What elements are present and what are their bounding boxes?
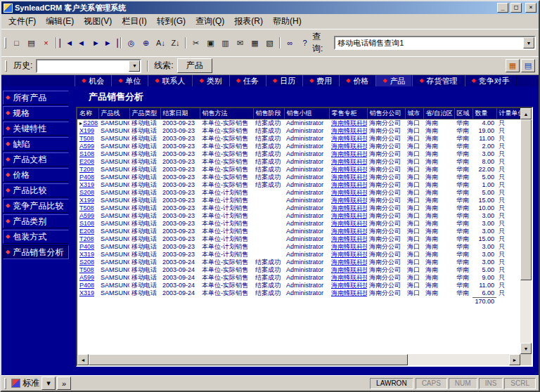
sidebar-item-2[interactable]: ◆关键特性: [3, 122, 69, 136]
paste-icon[interactable]: ▥: [218, 37, 233, 50]
sidebar-item-0[interactable]: ◆所有产品: [3, 91, 69, 105]
form-view-icon[interactable]: ▧: [262, 37, 277, 50]
product-name-link[interactable]: T508: [79, 266, 94, 273]
toolbar-dropdown-icon[interactable]: ▾: [41, 377, 56, 390]
retail-counter-link[interactable]: 海南蜂联科技: [331, 174, 367, 181]
query-dropdown-icon[interactable]: ▼: [523, 37, 534, 48]
scroll-down-icon[interactable]: ▼: [520, 343, 532, 354]
grid-view-icon[interactable]: ▦: [248, 37, 262, 50]
menu-item[interactable]: 栏目(I): [117, 14, 151, 29]
column-header[interactable]: 销售阶段: [253, 108, 284, 119]
product-name-link[interactable]: S208: [79, 259, 94, 266]
new-record-icon[interactable]: □: [9, 37, 24, 50]
menu-item[interactable]: 转到(G): [152, 14, 191, 29]
retail-counter-link[interactable]: 海南蜂联科技: [331, 189, 367, 196]
product-name-link[interactable]: X319: [79, 251, 94, 258]
horizontal-scroll-track[interactable]: [89, 354, 509, 365]
query-combobox[interactable]: 移动电话销售查询1 ▼: [334, 36, 536, 50]
column-header[interactable]: 区域: [454, 108, 472, 119]
retail-counter-link[interactable]: 海南蜂联科技: [331, 143, 367, 150]
retail-counter-link[interactable]: 海南蜂联科技: [331, 259, 367, 266]
history-dropdown-icon[interactable]: ▼: [129, 60, 140, 72]
table-row[interactable]: X199SAMSUNG移动电话2003-09-23本单位-实际销售结案成功Adm…: [77, 127, 520, 135]
retail-counter-link[interactable]: 海南蜂联科技: [331, 197, 367, 204]
product-name-link[interactable]: A599: [79, 212, 94, 219]
table-row[interactable]: P408SAMSUNG移动电话2003-09-23本单位-计划销售Adminis…: [77, 243, 520, 251]
table-row[interactable]: S108SAMSUNG移动电话2003-09-23本单位-实际销售结案成功Adm…: [77, 150, 520, 158]
sidebar-item-7[interactable]: ◆竞争产品比较: [3, 199, 69, 213]
previous-record-icon[interactable]: ◄: [74, 37, 89, 50]
table-row[interactable]: A599SAMSUNG移动电话2003-09-23本单位-实际销售结案成功Adm…: [77, 143, 520, 150]
table-row[interactable]: S208SAMSUNG移动电话2003-09-23本单位-计划销售Adminis…: [77, 189, 520, 197]
retail-counter-link[interactable]: 海南蜂联科技: [331, 166, 367, 173]
mail-icon[interactable]: ✉: [233, 37, 248, 50]
retail-counter-link[interactable]: 海南蜂联科技: [331, 235, 367, 242]
find-icon[interactable]: ◎: [124, 37, 139, 50]
maximize-button[interactable]: □: [510, 3, 522, 13]
retail-counter-link[interactable]: 海南蜂联科技: [331, 228, 367, 235]
table-row[interactable]: T508SAMSUNG移动电话2003-09-24本单位-实际销售结案成功Adm…: [77, 266, 520, 274]
column-header[interactable]: 结案日期: [160, 108, 200, 119]
sidebar-item-4[interactable]: ◆产品文档: [3, 152, 69, 166]
retail-counter-link[interactable]: 海南蜂联科技: [331, 251, 367, 258]
table-row[interactable]: S108SAMSUNG移动电话2003-09-23本单位-计划销售Adminis…: [77, 220, 520, 228]
first-record-icon[interactable]: ▏◄: [59, 37, 74, 50]
vertical-scrollbar[interactable]: ▲ ▼: [520, 108, 532, 354]
module-tab-3[interactable]: ◆类别: [192, 75, 229, 86]
print-icon[interactable]: ▤: [24, 37, 39, 50]
table-row[interactable]: T208SAMSUNG移动电话2003-09-23本单位-实际销售结案成功Adm…: [77, 166, 520, 174]
table-row[interactable]: T508SAMSUNG移动电话2003-09-23本单位-计划销售Adminis…: [77, 204, 520, 212]
product-name-link[interactable]: S108: [79, 150, 94, 157]
retail-counter-link[interactable]: 海南蜂联科技: [331, 181, 367, 188]
column-header[interactable]: 城市: [405, 108, 423, 119]
column-header[interactable]: 产品类型: [129, 108, 160, 119]
vertical-scroll-track[interactable]: [520, 119, 532, 343]
next-record-icon[interactable]: ►: [89, 37, 103, 50]
column-header[interactable]: 销售小组: [284, 108, 329, 119]
history-combobox[interactable]: ▼: [36, 59, 141, 73]
product-name-link[interactable]: X319: [79, 289, 94, 296]
product-name-link[interactable]: S208: [79, 189, 94, 196]
product-name-link[interactable]: A599: [79, 274, 94, 281]
vertical-scroll-thumb[interactable]: [520, 119, 532, 280]
delete-record-icon[interactable]: ×: [39, 37, 53, 50]
product-name-link[interactable]: X199: [79, 197, 94, 204]
column-header[interactable]: 销售分公司: [367, 108, 405, 119]
menu-item[interactable]: 帮助(H): [268, 14, 307, 29]
table-row[interactable]: X319SAMSUNG移动电话2003-09-24本单位-实际销售结案成功Adm…: [77, 289, 520, 298]
minimize-button[interactable]: _: [497, 3, 508, 13]
module-tab-5[interactable]: ◆日历: [266, 75, 302, 86]
sort-ascending-icon[interactable]: A↓: [153, 37, 168, 50]
retail-counter-link[interactable]: 海南蜂联科技: [331, 212, 367, 219]
retail-counter-link[interactable]: 海南蜂联科技: [331, 150, 367, 157]
zoom-icon[interactable]: ⊕: [139, 37, 153, 50]
product-name-link[interactable]: E208: [79, 158, 94, 165]
module-tab-10[interactable]: ◆竞争对手: [465, 75, 517, 86]
retail-counter-link[interactable]: 海南蜂联科技: [331, 266, 367, 273]
module-tab-8[interactable]: ◆产品: [375, 75, 412, 86]
sidebar-item-1[interactable]: ◆规格: [3, 106, 69, 120]
product-name-link[interactable]: P408: [79, 243, 94, 250]
toolbar-grip[interactable]: [4, 37, 6, 48]
retail-counter-link[interactable]: 海南蜂联科技: [331, 158, 367, 165]
sidebar-item-5[interactable]: ◆价格: [3, 168, 69, 182]
sidebar-item-3[interactable]: ◆缺陷: [3, 137, 69, 151]
column-header[interactable]: 销售方法: [200, 108, 253, 119]
product-name-link[interactable]: A599: [79, 143, 94, 150]
table-row[interactable]: T508SAMSUNG移动电话2003-09-23本单位-实际销售结案成功Adm…: [77, 135, 520, 143]
module-tab-2[interactable]: ◆联系人: [148, 75, 192, 86]
table-row[interactable]: A599SAMSUNG移动电话2003-09-24本单位-实际销售结案成功Adm…: [77, 274, 520, 282]
menu-item[interactable]: 编辑(E): [41, 14, 79, 29]
retail-counter-link[interactable]: 海南蜂联科技: [331, 274, 367, 281]
retail-counter-link[interactable]: 海南蜂联科技: [331, 220, 367, 227]
table-row[interactable]: A599SAMSUNG移动电话2003-09-23本单位-计划销售Adminis…: [77, 212, 520, 220]
sidebar-item-6[interactable]: ◆产品比较: [3, 183, 69, 197]
scroll-right-icon[interactable]: ►: [509, 354, 520, 365]
table-row[interactable]: S208SAMSUNG移动电话2003-09-24本单位-实际销售结案成功Adm…: [77, 259, 520, 266]
list-view-icon[interactable]: ▤: [521, 59, 535, 72]
card-view-icon[interactable]: ▦: [506, 59, 520, 72]
cut-icon[interactable]: ✂: [188, 37, 203, 50]
module-tab-0[interactable]: ◆机会: [75, 75, 111, 86]
help-icon[interactable]: ?: [297, 37, 312, 50]
product-name-link[interactable]: S108: [79, 220, 94, 227]
